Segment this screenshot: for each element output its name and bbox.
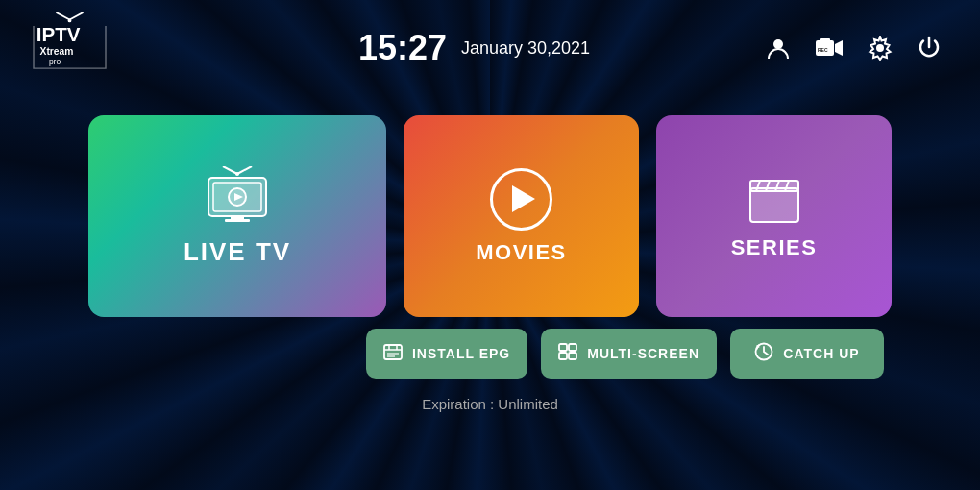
svg-line-0 [56, 12, 69, 20]
record-icon[interactable]: REC [815, 37, 844, 59]
clapperboard-icon [746, 173, 803, 226]
bottom-buttons-row: INSTALL EPG MULTI-SCREEN [96, 329, 884, 379]
series-card[interactable]: SERIES [656, 115, 892, 317]
catch-up-label: CATCH UP [783, 346, 859, 361]
logo-area: IPTV Xtream pro [29, 12, 183, 85]
svg-text:Xtream: Xtream [40, 46, 74, 57]
install-epg-button[interactable]: INSTALL EPG [366, 329, 527, 379]
series-label: SERIES [731, 235, 818, 260]
live-tv-card[interactable]: LIVE TV [88, 115, 386, 317]
play-triangle-icon [512, 185, 535, 212]
svg-line-13 [237, 166, 252, 174]
svg-point-6 [773, 39, 783, 49]
catch-up-button[interactable]: CATCH UP [730, 329, 884, 379]
movies-label: MOVIES [476, 240, 567, 265]
svg-text:REC: REC [818, 47, 828, 53]
svg-text:IPTV: IPTV [37, 23, 81, 45]
header: IPTV Xtream pro 15:27 January 30,2021 [0, 0, 980, 96]
header-date: January 30,2021 [461, 38, 590, 59]
cards-row: LIVE TV MOVIES SERIES [58, 115, 922, 317]
svg-text:pro: pro [49, 57, 61, 66]
multi-screen-button[interactable]: MULTI-SCREEN [541, 329, 717, 379]
tv-icon [204, 166, 271, 224]
main-content: LIVE TV MOVIES SERIES [0, 96, 980, 490]
svg-rect-34 [569, 344, 576, 351]
svg-point-2 [68, 18, 72, 22]
movies-card[interactable]: MOVIES [404, 115, 639, 317]
live-tv-label: LIVE TV [184, 237, 291, 267]
power-icon[interactable] [917, 36, 942, 61]
play-circle-icon [490, 168, 552, 231]
svg-rect-35 [559, 353, 567, 359]
catch-up-icon [754, 342, 773, 366]
svg-line-12 [223, 166, 237, 174]
header-time: 15:27 [358, 28, 447, 68]
svg-rect-20 [225, 219, 250, 222]
multi-screen-icon [558, 343, 577, 365]
svg-rect-27 [384, 345, 402, 359]
iptv-logo: IPTV Xtream pro [29, 12, 110, 85]
svg-point-11 [876, 44, 884, 52]
svg-rect-36 [569, 353, 576, 359]
svg-rect-21 [750, 188, 798, 222]
epg-icon [383, 343, 403, 365]
svg-point-14 [235, 172, 239, 176]
expiration-text: Expiration : Unlimited [422, 396, 558, 412]
svg-marker-8 [835, 40, 843, 56]
install-epg-label: INSTALL EPG [412, 346, 510, 361]
svg-rect-9 [820, 38, 830, 41]
settings-icon[interactable] [868, 36, 893, 61]
header-icons: REC [766, 36, 951, 61]
svg-line-1 [70, 12, 84, 20]
header-center: 15:27 January 30,2021 [183, 28, 766, 68]
multi-screen-label: MULTI-SCREEN [587, 346, 699, 361]
profile-icon[interactable] [766, 36, 791, 61]
svg-rect-33 [559, 344, 567, 351]
